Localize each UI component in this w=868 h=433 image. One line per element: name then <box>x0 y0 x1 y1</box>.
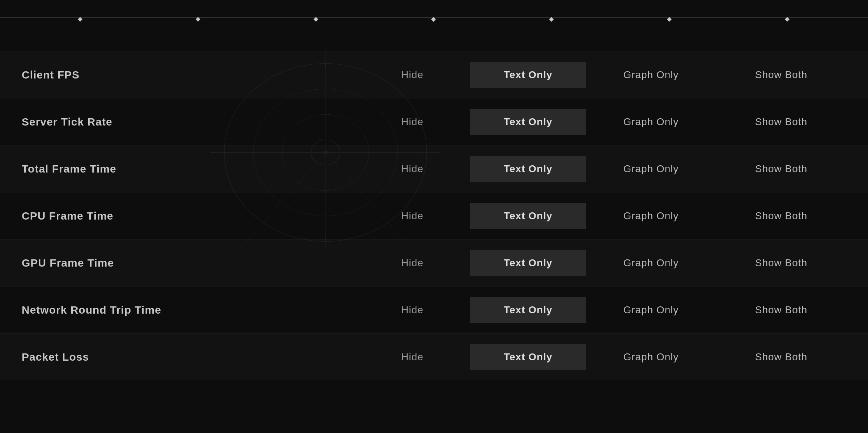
hide-option-1[interactable]: Hide <box>354 109 470 135</box>
text-only-option-5[interactable]: Text Only <box>470 297 586 323</box>
table-row: Total Frame TimeHideText OnlyGraph OnlyS… <box>0 145 868 192</box>
hide-option-0[interactable]: Hide <box>354 62 470 88</box>
row-label-0: Client FPS <box>22 61 354 88</box>
table-row: Packet LossHideText OnlyGraph OnlyShow B… <box>0 333 868 380</box>
table-row: Client FPSHideText OnlyGraph OnlyShow Bo… <box>0 51 868 98</box>
show-both-option-1[interactable]: Show Both <box>716 109 846 135</box>
subnav-general[interactable] <box>22 32 65 44</box>
graph-only-option-4[interactable]: Graph Only <box>586 250 716 276</box>
hide-option-3[interactable]: Hide <box>354 203 470 229</box>
text-only-option-1[interactable]: Text Only <box>470 109 586 135</box>
hide-option-4[interactable]: Hide <box>354 250 470 276</box>
graph-only-option-1[interactable]: Graph Only <box>586 109 716 135</box>
table-row: GPU Frame TimeHideText OnlyGraph OnlySho… <box>0 239 868 286</box>
hide-option-2[interactable]: Hide <box>354 156 470 182</box>
graph-only-option-2[interactable]: Graph Only <box>586 156 716 182</box>
graph-only-option-5[interactable]: Graph Only <box>586 297 716 323</box>
subnav-stats[interactable] <box>109 32 152 44</box>
graph-only-option-6[interactable]: Graph Only <box>586 344 716 370</box>
row-label-1: Server Tick Rate <box>22 109 354 135</box>
show-both-option-2[interactable]: Show Both <box>716 156 846 182</box>
show-both-option-4[interactable]: Show Both <box>716 250 846 276</box>
row-label-5: Network Round Trip Time <box>22 297 354 323</box>
table-row: Server Tick RateHideText OnlyGraph OnlyS… <box>0 98 868 145</box>
subnav-graphics-quality[interactable] <box>65 32 109 44</box>
table-row: Network Round Trip TimeHideText OnlyGrap… <box>0 286 868 333</box>
hide-option-6[interactable]: Hide <box>354 344 470 370</box>
row-label-2: Total Frame Time <box>22 156 354 182</box>
row-label-6: Packet Loss <box>22 344 354 370</box>
hide-option-5[interactable]: Hide <box>354 297 470 323</box>
text-only-option-2[interactable]: Text Only <box>470 156 586 182</box>
row-label-4: GPU Frame Time <box>22 250 354 276</box>
table-row: CPU Frame TimeHideText OnlyGraph OnlySho… <box>0 192 868 239</box>
main-nav <box>0 0 868 18</box>
show-both-option-0[interactable]: Show Both <box>716 62 846 88</box>
text-only-option-3[interactable]: Text Only <box>470 203 586 229</box>
show-both-option-6[interactable]: Show Both <box>716 344 846 370</box>
text-only-option-6[interactable]: Text Only <box>470 344 586 370</box>
row-label-3: CPU Frame Time <box>22 203 354 229</box>
graph-only-option-0[interactable]: Graph Only <box>586 62 716 88</box>
text-only-option-0[interactable]: Text Only <box>470 62 586 88</box>
stats-table: Client FPSHideText OnlyGraph OnlyShow Bo… <box>0 51 868 380</box>
show-both-option-5[interactable]: Show Both <box>716 297 846 323</box>
show-both-option-3[interactable]: Show Both <box>716 203 846 229</box>
text-only-option-4[interactable]: Text Only <box>470 250 586 276</box>
graph-only-option-3[interactable]: Graph Only <box>586 203 716 229</box>
content-area: Client FPSHideText OnlyGraph OnlyShow Bo… <box>0 44 868 380</box>
